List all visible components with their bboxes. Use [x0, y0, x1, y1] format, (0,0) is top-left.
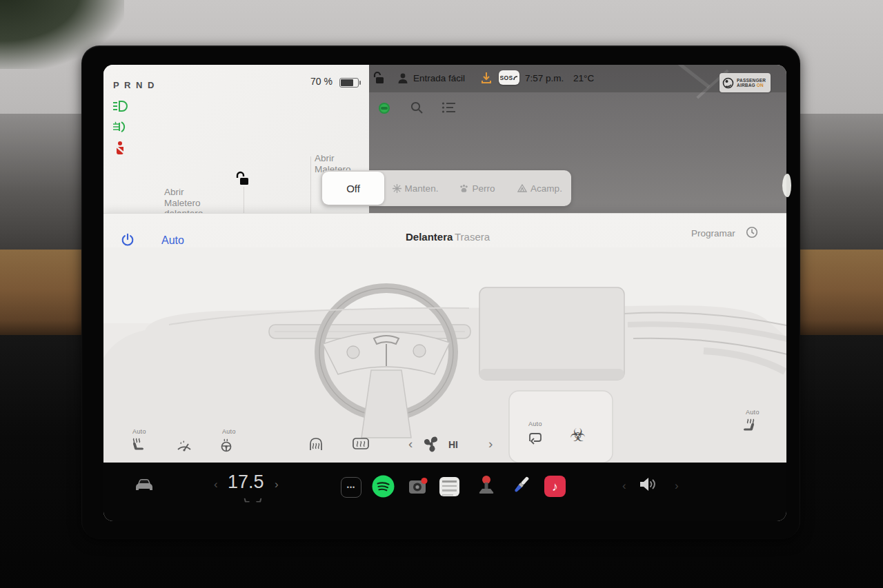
camp-mode-tent-icon	[517, 184, 527, 192]
airbag-icon	[722, 77, 734, 89]
fog-light-indicator-icon	[112, 120, 129, 134]
driver-temperature[interactable]: 17.5	[228, 472, 264, 493]
calendar-app-icon[interactable]	[439, 477, 459, 496]
lock-icon[interactable]	[373, 71, 385, 85]
dashcam-app-icon[interactable]	[408, 477, 428, 496]
recirculation-auto-label: Auto	[528, 420, 542, 427]
headlight-indicator-icon	[112, 99, 129, 113]
front-defrost-button[interactable]	[308, 436, 324, 452]
passenger-airbag-badge: PASSENGER AIRBAG ON	[720, 73, 771, 92]
tesla-touchscreen: P R N D 70 % Entrada f	[103, 65, 786, 521]
steering-wheel-heater-button[interactable]	[218, 436, 235, 452]
climate-mode-dog-label: Perro	[472, 183, 495, 194]
climate-auto-button[interactable]: Auto	[161, 234, 184, 247]
tab-rear[interactable]: Trasera	[455, 231, 490, 243]
fan-icon	[422, 435, 440, 453]
volume-speaker-icon[interactable]	[639, 476, 657, 493]
rear-defrost-button[interactable]	[352, 437, 370, 452]
clock-icon[interactable]	[746, 226, 758, 239]
route-list-icon[interactable]	[442, 101, 457, 114]
seat-heater-mini-icon	[242, 496, 251, 504]
climate-mode-camp-label: Acamp.	[530, 183, 562, 194]
music-note-glyph: ♪	[552, 480, 558, 493]
sos-button[interactable]: SOS	[499, 70, 519, 85]
toybox-app-icon[interactable]	[510, 473, 533, 496]
rear-trunk-pointer-line	[310, 156, 311, 213]
battery-icon	[339, 78, 359, 88]
driver-temp-increase-button[interactable]: ›	[275, 478, 279, 490]
air-recirculation-button[interactable]	[526, 429, 545, 447]
steering-heat-auto-label: Auto	[222, 428, 236, 435]
passenger-seat-heater-button[interactable]	[741, 416, 757, 433]
dog-mode-paw-icon	[459, 184, 468, 193]
climate-mode-keep[interactable]: Manten.	[384, 172, 446, 205]
bioweapon-defense-button[interactable]: ☣	[570, 426, 586, 444]
fan-speed-value: HI	[448, 439, 458, 450]
clock-time: 7:57 p.m.	[525, 73, 564, 83]
fan-speed-decrease-button[interactable]: ‹	[408, 437, 413, 450]
arcade-app-icon[interactable]	[475, 474, 497, 496]
seatbelt-warning-icon	[113, 141, 127, 156]
wiper-heater-button[interactable]	[176, 438, 192, 452]
outside-temperature: 21°C	[573, 73, 594, 83]
sos-label: SOS	[500, 74, 513, 81]
software-update-download-icon[interactable]	[481, 72, 492, 84]
keep-climate-icon	[393, 184, 401, 193]
fan-speed-increase-button[interactable]: ›	[488, 437, 493, 450]
volume-up-button[interactable]: ›	[675, 480, 679, 491]
airbag-label-line1: PASSENGER	[737, 78, 766, 83]
phone-icon	[513, 75, 518, 81]
climate-mode-dog[interactable]: Perro	[446, 172, 508, 205]
battery-percent: 70 %	[310, 76, 333, 87]
schedule-button[interactable]: Programar	[691, 228, 735, 239]
more-apps-button[interactable]: •••	[341, 477, 361, 498]
driver-temp-decrease-button[interactable]: ‹	[214, 478, 218, 490]
ellipsis-glyph: •••	[347, 484, 355, 491]
cabin-photo: P R N D 70 % Entrada f	[0, 0, 883, 588]
driver-seat-heater-button[interactable]	[130, 436, 146, 452]
gear-indicator: P R N D	[113, 80, 155, 90]
driver-profile-name[interactable]: Entrada fácil	[413, 73, 465, 83]
airbag-state: ON	[757, 83, 764, 88]
volume-down-button[interactable]: ‹	[622, 480, 626, 491]
airbag-label-line2: AIRBAG	[737, 83, 755, 88]
car-controls-icon[interactable]	[133, 477, 155, 494]
rear-trunk-label-line: Abrir	[315, 153, 351, 164]
tab-front[interactable]: Delantera	[406, 231, 453, 243]
spotify-app-icon[interactable]	[372, 475, 395, 498]
climate-mode-off[interactable]: Off	[322, 172, 384, 205]
climate-mode-keep-label: Manten.	[405, 183, 439, 194]
unlocked-padlock-icon[interactable]	[235, 171, 250, 186]
climate-mode-off-label: Off	[346, 183, 360, 194]
music-app-icon[interactable]: ♪	[544, 476, 566, 497]
driver-profile-icon[interactable]	[397, 72, 408, 84]
bezel-reflection	[782, 174, 791, 197]
front-trunk-pointer-line	[244, 187, 244, 213]
driver-seat-auto-label: Auto	[132, 428, 146, 435]
passenger-seat-auto-label: Auto	[746, 409, 760, 416]
map-status-dot[interactable]	[379, 103, 390, 114]
seat-heater-mini-icon	[255, 496, 264, 504]
climate-power-button[interactable]	[120, 232, 135, 247]
front-trunk-label-line: Abrir	[164, 187, 203, 198]
front-trunk-label-line: Maletero	[164, 198, 203, 209]
car-interior-render	[103, 247, 786, 463]
search-icon[interactable]	[410, 101, 424, 114]
climate-mode-camp[interactable]: Acamp.	[508, 172, 571, 205]
